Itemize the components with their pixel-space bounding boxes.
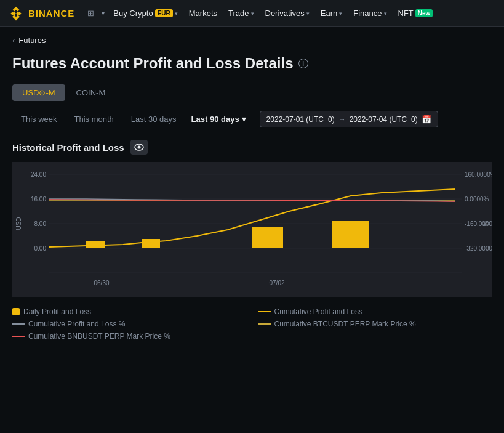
nav-markets-label: Markets xyxy=(189,9,217,18)
nav-chevron-icon[interactable]: ▾ xyxy=(102,10,105,17)
legend-daily-pnl-color xyxy=(12,308,20,315)
nav-markets[interactable]: Markets xyxy=(184,6,222,20)
nav-finance[interactable]: Finance ▾ xyxy=(348,6,391,20)
legend-daily-pnl: Daily Profit and Loss xyxy=(12,307,246,316)
nav-buy-crypto[interactable]: Buy Crypto EUR ▾ xyxy=(108,6,182,20)
page-title: Futures Account Profit and Loss Details … xyxy=(12,55,492,72)
date-range-end: 2022-07-04 (UTC+0) xyxy=(350,115,418,124)
nav-finance-chevron: ▾ xyxy=(384,10,387,17)
date-range-start: 2022-07-01 (UTC+0) xyxy=(266,115,335,124)
nav-trade-chevron: ▾ xyxy=(251,10,254,17)
breadcrumb-back-icon[interactable]: ‹ xyxy=(12,36,15,45)
legend-cumulative-pnl-pct: Cumulative Profit and Loss % xyxy=(12,320,246,328)
filter-this-week[interactable]: This week xyxy=(12,111,66,127)
nav-derivatives-chevron: ▾ xyxy=(306,10,310,17)
time-filter: This week This month Last 30 days Last 9… xyxy=(0,111,504,140)
legend-cumulative-pnl: Cumulative Profit and Loss xyxy=(258,307,492,316)
nav-derivatives-label: Derivatives xyxy=(265,9,305,18)
legend-cumulative-pnl-color xyxy=(258,311,271,312)
legend-cumulative-pnl-label: Cumulative Profit and Loss xyxy=(274,307,362,316)
account-tabs: USD⊙-M COIN-M xyxy=(0,84,504,111)
legend-btc-mark-price-color xyxy=(258,323,271,325)
nav-earn[interactable]: Earn ▾ xyxy=(316,6,347,20)
svg-text:USD: USD xyxy=(15,217,22,230)
nav-derivatives[interactable]: Derivatives ▾ xyxy=(260,6,314,20)
legend-cumulative-pnl-pct-color xyxy=(12,323,25,325)
tab-usdm[interactable]: USD⊙-M xyxy=(12,84,65,101)
chart-title-row: Historical Profit and Loss xyxy=(12,140,492,155)
svg-text:0.00: 0.00 xyxy=(34,245,47,252)
legend-bnb-mark-price: Cumulative BNBUSDT PERP Mark Price % xyxy=(12,332,246,341)
svg-text:0.0000%: 0.0000% xyxy=(465,196,489,203)
logo-text: BINANCE xyxy=(28,8,74,18)
nav-eur-badge: EUR xyxy=(155,9,173,17)
legend-btc-mark-price: Cumulative BTCUSDT PERP Mark Price % xyxy=(258,320,492,328)
legend-daily-pnl-label: Daily Profit and Loss xyxy=(23,307,91,316)
date-range-picker[interactable]: 2022-07-01 (UTC+0) → 2022-07-04 (UTC+0) … xyxy=(260,111,438,127)
svg-text:-320.0000%: -320.0000% xyxy=(465,245,492,252)
nav-trade-label: Trade xyxy=(228,9,249,18)
chart-svg: 24.00 16.00 8.00 0.00 USD 160.0000% 0.00… xyxy=(12,162,492,297)
chart-title: Historical Profit and Loss xyxy=(12,142,124,153)
tab-coinm[interactable]: COIN-M xyxy=(66,84,116,101)
svg-point-11 xyxy=(137,146,140,149)
navbar: BINANCE ⊞ ▾ Buy Crypto EUR ▾ Markets Tra… xyxy=(0,0,504,27)
chart-section: Historical Profit and Loss 24.00 16.00 8… xyxy=(0,140,504,297)
eye-toggle-button[interactable] xyxy=(130,140,148,155)
svg-text:07/02: 07/02 xyxy=(269,280,284,286)
nav-items: Buy Crypto EUR ▾ Markets Trade ▾ Derivat… xyxy=(108,6,497,20)
svg-text:06/30: 06/30 xyxy=(94,280,109,286)
svg-text:16.00: 16.00 xyxy=(31,196,46,203)
svg-text:%: % xyxy=(482,221,489,227)
svg-text:160.0000%: 160.0000% xyxy=(465,171,492,178)
nav-finance-label: Finance xyxy=(353,9,382,18)
nav-nft-badge: New xyxy=(415,9,433,17)
legend-btc-mark-price-label: Cumulative BTCUSDT PERP Mark Price % xyxy=(274,320,416,328)
page-header: Futures Account Profit and Loss Details … xyxy=(0,49,504,84)
info-icon[interactable]: i xyxy=(298,59,308,68)
dropdown-chevron-icon: ▾ xyxy=(242,115,246,124)
nav-buy-crypto-label: Buy Crypto xyxy=(113,9,153,18)
nav-nft-label: NFT xyxy=(398,9,414,18)
date-range-arrow: → xyxy=(338,115,346,124)
svg-text:24.00: 24.00 xyxy=(31,171,46,178)
legend-cumulative-pnl-pct-label: Cumulative Profit and Loss % xyxy=(28,320,125,328)
filter-this-month[interactable]: This month xyxy=(66,111,122,127)
nav-buy-crypto-chevron: ▾ xyxy=(175,10,178,17)
breadcrumb-futures-link[interactable]: Futures xyxy=(18,36,46,45)
filter-last-30[interactable]: Last 30 days xyxy=(122,111,185,127)
breadcrumb: ‹ Futures xyxy=(0,27,504,49)
chart-container: 24.00 16.00 8.00 0.00 USD 160.0000% 0.00… xyxy=(12,162,492,297)
svg-rect-30 xyxy=(252,227,283,248)
grid-icon[interactable]: ⊞ xyxy=(83,6,98,21)
svg-rect-31 xyxy=(332,221,369,248)
legend-bnb-mark-price-color xyxy=(12,336,25,337)
svg-rect-29 xyxy=(142,239,160,248)
nav-earn-label: Earn xyxy=(321,9,337,18)
chart-legend: Daily Profit and Loss Cumulative Profit … xyxy=(0,307,504,341)
svg-rect-28 xyxy=(86,241,105,248)
filter-last-90[interactable]: Last 90 days ▾ xyxy=(185,111,252,127)
svg-text:8.00: 8.00 xyxy=(34,221,47,227)
svg-rect-12 xyxy=(12,162,492,297)
nav-nft[interactable]: NFT New xyxy=(393,6,438,20)
calendar-icon[interactable]: 📅 xyxy=(422,115,431,124)
logo[interactable]: BINANCE xyxy=(7,5,74,22)
nav-trade[interactable]: Trade ▾ xyxy=(223,6,258,20)
legend-bnb-mark-price-label: Cumulative BNBUSDT PERP Mark Price % xyxy=(28,332,170,341)
nav-earn-chevron: ▾ xyxy=(339,10,342,17)
